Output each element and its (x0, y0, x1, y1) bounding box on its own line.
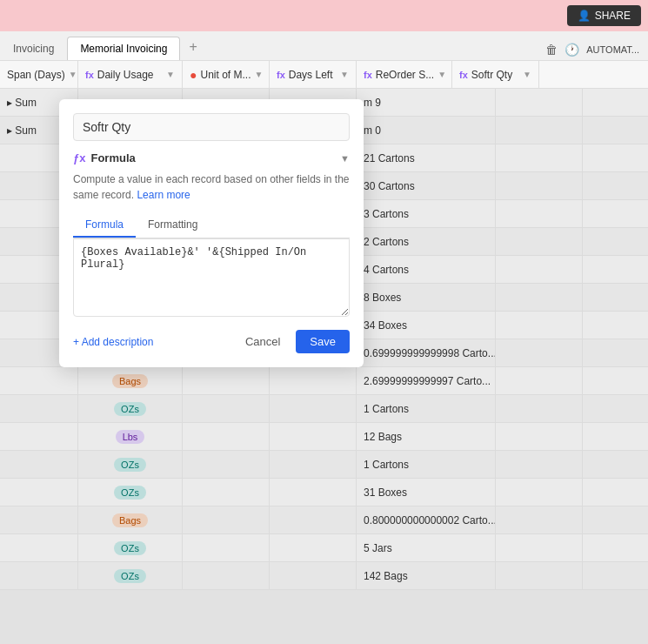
col-header-days-left[interactable]: fx Days Left ▼ (270, 61, 357, 88)
add-tab-button[interactable]: + (180, 34, 205, 60)
field-title-input[interactable] (73, 113, 350, 141)
tab-formatting[interactable]: Formatting (136, 213, 210, 238)
col-softr-qty-chevron: ▼ (523, 70, 531, 79)
col-header-daily-usage[interactable]: fx Daily Usage ▼ (78, 61, 183, 88)
formula-modal: ƒx Formula ▼ Compute a value in each rec… (59, 99, 364, 367)
delete-icon[interactable]: 🗑 (545, 43, 558, 57)
col-header-softr-qty[interactable]: fx Softr Qty ▼ (452, 61, 539, 88)
history-icon[interactable]: 🕐 (564, 43, 579, 57)
daily-usage-fx-icon: fx (85, 70, 94, 80)
days-left-fx-icon: fx (277, 70, 285, 80)
learn-more-link[interactable]: Learn more (137, 189, 190, 201)
top-bar: 👤 SHARE (0, 0, 648, 31)
formula-textarea[interactable]: {Boxes Available}&' '&{Shipped In/On Plu… (73, 238, 350, 317)
modal-tabs: Formula Formatting (73, 213, 350, 238)
share-button[interactable]: 👤 SHARE (567, 5, 641, 26)
modal-footer-actions: Cancel Save (237, 330, 350, 353)
field-type-label: ƒx Formula (73, 151, 136, 164)
col-header-unit[interactable]: ● Unit of M... ▼ (183, 61, 270, 88)
col-reorder-chevron: ▼ (438, 70, 446, 79)
col-unit-chevron: ▼ (254, 70, 263, 79)
col-header-reorder[interactable]: fx ReOrder S... ▼ (357, 61, 452, 88)
type-chevron-icon[interactable]: ▼ (340, 153, 350, 164)
tab-actions: 🗑 🕐 AUTOMAT... (545, 43, 648, 60)
field-type-row: ƒx Formula ▼ (73, 151, 350, 164)
col-reorder-label: ReOrder S... (376, 69, 434, 81)
tab-formula[interactable]: Formula (73, 213, 136, 238)
col-span-label: Span (Days) (7, 69, 65, 81)
modal-footer: + Add description Cancel Save (73, 330, 350, 353)
tab-bar: Invoicing Memorial Invoicing + 🗑 🕐 AUTOM… (0, 31, 648, 61)
col-daily-usage-label: Daily Usage (97, 69, 154, 81)
col-span-chevron: ▼ (69, 70, 77, 79)
data-area: ▸ Sum m 9 ▸ Sum m 0 21 Cartons 30 Carton… (0, 89, 648, 644)
softr-qty-fx-icon: fx (459, 70, 468, 80)
formula-type-text: Formula (90, 151, 135, 164)
reorder-fx-icon: fx (364, 70, 372, 80)
tab-memorial-invoicing[interactable]: Memorial Invoicing (67, 37, 180, 60)
column-headers: Span (Days) ▼ fx Daily Usage ▼ ● Unit of… (0, 61, 648, 89)
col-daily-usage-chevron: ▼ (166, 70, 175, 79)
share-icon: 👤 (578, 10, 591, 22)
modal-overlay: ƒx Formula ▼ Compute a value in each rec… (0, 89, 648, 644)
formula-icon: ƒx (73, 151, 85, 164)
cancel-button[interactable]: Cancel (237, 330, 289, 353)
tab-invoicing[interactable]: Invoicing (0, 37, 67, 60)
col-unit-label: Unit of M... (200, 69, 251, 81)
col-softr-qty-label: Softr Qty (471, 69, 512, 81)
save-button[interactable]: Save (296, 330, 350, 353)
share-label: SHARE (595, 10, 631, 22)
modal-description: Compute a value in each record based on … (73, 171, 350, 203)
col-days-left-chevron: ▼ (340, 70, 349, 79)
unit-dot-icon: ● (190, 68, 197, 82)
automate-label[interactable]: AUTOMAT... (586, 44, 639, 55)
add-description-link[interactable]: + Add description (73, 336, 153, 348)
col-days-left-label: Days Left (289, 69, 333, 81)
col-header-span[interactable]: Span (Days) ▼ (0, 61, 78, 88)
